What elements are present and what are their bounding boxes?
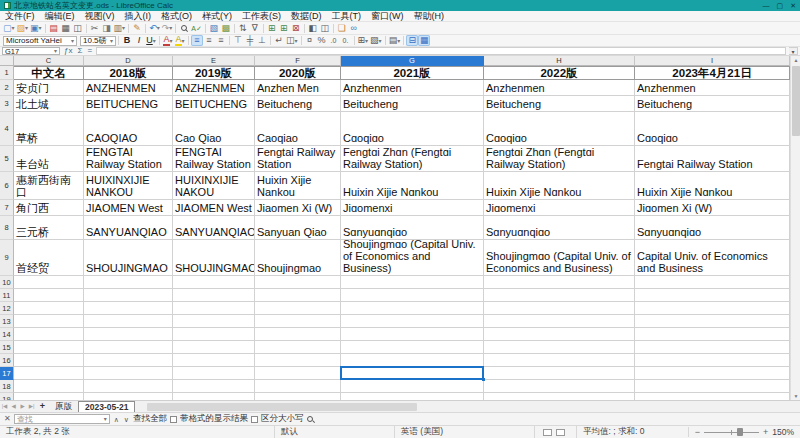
cell-H10[interactable] bbox=[484, 276, 635, 289]
menu-item-7[interactable]: 数据(D) bbox=[286, 11, 327, 22]
save-button[interactable]: ▣▾ bbox=[29, 23, 43, 34]
redo-button[interactable]: ↷▾ bbox=[161, 23, 174, 34]
sheet-tab-1[interactable]: 2023-05-21 bbox=[78, 401, 135, 413]
find-input[interactable]: 查找 ▾ bbox=[14, 414, 110, 424]
align-center-button[interactable]: ≡ bbox=[203, 35, 215, 46]
row-header-19[interactable]: 19 bbox=[0, 393, 14, 400]
cell-C13[interactable] bbox=[14, 315, 84, 328]
cell-H2[interactable]: Anzhenmen bbox=[484, 80, 635, 96]
find-previous-button[interactable]: ∧ bbox=[113, 416, 120, 423]
cell-F8[interactable]: Sanyuan Qiao bbox=[255, 216, 341, 240]
wrap-text-button[interactable]: ↵ bbox=[273, 35, 285, 46]
format-currency-button[interactable]: ¤ bbox=[304, 35, 316, 46]
cell-C3[interactable]: 北土城 bbox=[14, 96, 84, 112]
align-top-button[interactable]: ⊤ bbox=[232, 35, 244, 46]
cell-F6[interactable]: Huixin Xijie Nankou bbox=[255, 172, 341, 200]
language-status[interactable]: 英语 (美国) bbox=[395, 426, 535, 438]
cell-E16[interactable] bbox=[173, 354, 255, 367]
previous-sheet-button[interactable]: ◀ bbox=[9, 404, 18, 410]
cell-E5[interactable]: FENGTAI Railway Station bbox=[173, 146, 255, 172]
menu-item-8[interactable]: 工具(T) bbox=[327, 11, 367, 22]
insert-chart-button[interactable]: ▧ bbox=[208, 23, 220, 34]
column-header-E[interactable]: E bbox=[173, 56, 255, 66]
show-grid-lines-button[interactable]: ▦ bbox=[418, 35, 430, 46]
cell-H18[interactable] bbox=[484, 380, 635, 393]
row-header-11[interactable]: 11 bbox=[0, 289, 14, 302]
cell-C2[interactable]: 安贞门 bbox=[14, 80, 84, 96]
cell-E4[interactable]: Cao Qiao bbox=[173, 112, 255, 146]
cell-D18[interactable] bbox=[84, 380, 173, 393]
add-decimal-button[interactable]: .0 bbox=[328, 35, 340, 46]
cell-C12[interactable] bbox=[14, 302, 84, 315]
cell-D1[interactable]: 2018版 bbox=[84, 66, 173, 80]
cell-C16[interactable] bbox=[14, 354, 84, 367]
freeze-first-row-button[interactable]: ⊟ bbox=[406, 35, 418, 46]
formula-input[interactable] bbox=[96, 47, 786, 55]
row-header-1[interactable]: 1 bbox=[0, 66, 14, 80]
cell-C10[interactable] bbox=[14, 276, 84, 289]
cell-H15[interactable] bbox=[484, 341, 635, 354]
cell-I9[interactable]: Capital Univ. of Economics and Business bbox=[635, 240, 790, 276]
zoom-slider[interactable] bbox=[704, 432, 759, 433]
cell-G6[interactable]: Huixin Xijie Nɑnkou bbox=[341, 172, 484, 200]
cell-F3[interactable]: Beitucheng bbox=[255, 96, 341, 112]
cell-E13[interactable] bbox=[173, 315, 255, 328]
column-header-C[interactable]: C bbox=[14, 56, 84, 66]
zoom-out-button[interactable]: − bbox=[695, 428, 700, 437]
cell-H11[interactable] bbox=[484, 289, 635, 302]
menu-item-9[interactable]: 窗口(W) bbox=[366, 11, 409, 22]
cell-G16[interactable] bbox=[341, 354, 484, 367]
find-all-button[interactable]: 查找全部 bbox=[133, 413, 167, 425]
row-header-9[interactable]: 9 bbox=[0, 240, 14, 276]
cell-D19[interactable] bbox=[84, 393, 173, 400]
cell-F4[interactable]: Caoqiao bbox=[255, 112, 341, 146]
cell-F17[interactable] bbox=[255, 367, 341, 380]
horizontal-scrollbar-thumb[interactable] bbox=[147, 403, 417, 411]
cell-C9[interactable]: 首经贸 bbox=[14, 240, 84, 276]
open-file-button[interactable]: ▨▾ bbox=[16, 23, 30, 34]
cell-E11[interactable] bbox=[173, 289, 255, 302]
scroll-up-icon[interactable]: ▲ bbox=[791, 56, 800, 64]
insert-comment-button[interactable]: ❏ bbox=[336, 23, 348, 34]
expand-formula-bar-icon[interactable]: ▾ bbox=[789, 47, 798, 55]
cell-H17[interactable] bbox=[484, 367, 635, 380]
horizontal-scrollbar[interactable] bbox=[135, 401, 800, 413]
cell-I7[interactable]: Jiɑomen Xi (W) bbox=[635, 200, 790, 216]
cell-I16[interactable] bbox=[635, 354, 790, 367]
cut-button[interactable]: ✂ bbox=[89, 23, 101, 34]
cell-F16[interactable] bbox=[255, 354, 341, 367]
autofilter-button[interactable]: ∇ bbox=[249, 23, 261, 34]
cell-F11[interactable] bbox=[255, 289, 341, 302]
row-header-13[interactable]: 13 bbox=[0, 315, 14, 328]
cell-H7[interactable]: Jiɑomenxi bbox=[484, 200, 635, 216]
add-sheet-button[interactable]: + bbox=[36, 402, 49, 411]
cell-F15[interactable] bbox=[255, 341, 341, 354]
cell-E3[interactable]: BEITUCHENG bbox=[173, 96, 255, 112]
cell-C17[interactable] bbox=[14, 367, 84, 380]
menu-item-4[interactable]: 格式(O) bbox=[156, 11, 197, 22]
cell-C14[interactable] bbox=[14, 328, 84, 341]
cell-H19[interactable] bbox=[484, 393, 635, 400]
cell-G11[interactable] bbox=[341, 289, 484, 302]
column-header-I[interactable]: I bbox=[635, 56, 790, 66]
cell-H14[interactable] bbox=[484, 328, 635, 341]
cell-I18[interactable] bbox=[635, 380, 790, 393]
cell-D9[interactable]: SHOUJINGMAO bbox=[84, 240, 173, 276]
row-header-7[interactable]: 7 bbox=[0, 200, 14, 216]
cell-C1[interactable]: 中文名 bbox=[14, 66, 84, 80]
row-header-3[interactable]: 3 bbox=[0, 96, 14, 112]
sheet-tab-0[interactable]: 原版 bbox=[49, 401, 78, 413]
print-button[interactable]: ▦ bbox=[60, 23, 72, 34]
cell-H13[interactable] bbox=[484, 315, 635, 328]
cell-G12[interactable] bbox=[341, 302, 484, 315]
bold-button[interactable]: B bbox=[121, 35, 133, 46]
cell-I2[interactable]: Anzhenmen bbox=[635, 80, 790, 96]
cell-H8[interactable]: Sɑnyuɑnqiɑo bbox=[484, 216, 635, 240]
paste-button[interactable]: ▥▾ bbox=[113, 23, 127, 34]
cell-E8[interactable]: SANYUANQIAO bbox=[173, 216, 255, 240]
cell-D12[interactable] bbox=[84, 302, 173, 315]
print-preview-button[interactable]: ◫ bbox=[72, 23, 84, 34]
cell-F13[interactable] bbox=[255, 315, 341, 328]
cell-H4[interactable]: Cɑoqiɑo bbox=[484, 112, 635, 146]
cell-C15[interactable] bbox=[14, 341, 84, 354]
